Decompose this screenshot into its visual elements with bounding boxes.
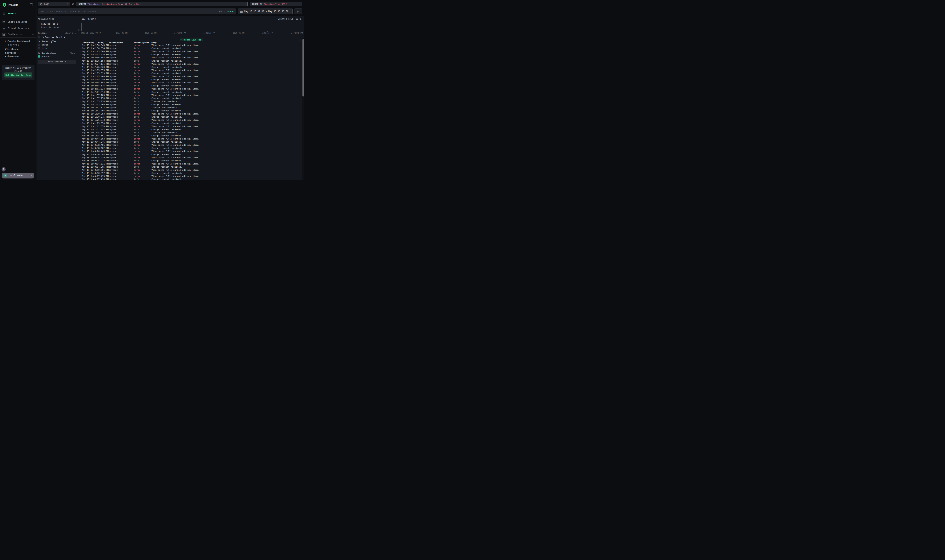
table-row[interactable]: ›May 15 1:40:07.410 PMpaymentinfoCharge … (79, 178, 302, 180)
row-expand-chevron-icon[interactable]: › (80, 44, 80, 46)
row-expand-chevron-icon[interactable]: › (80, 112, 80, 115)
table-row[interactable]: ›May 15 1:41:25.370 PMpaymentinfoCharge … (79, 122, 302, 125)
row-expand-chevron-icon[interactable]: › (80, 60, 80, 62)
row-expand-chevron-icon[interactable]: › (80, 131, 80, 134)
row-expand-chevron-icon[interactable]: › (80, 156, 80, 159)
preset-item-services[interactable]: Services (5, 52, 17, 54)
gear-icon[interactable]: ⚙ (71, 2, 74, 5)
row-expand-chevron-icon[interactable]: › (80, 116, 80, 118)
clear-servicename-link[interactable]: Clear (70, 52, 76, 54)
table-row[interactable]: ›May 15 1:40:44.546 PMpaymentinfoCharge … (79, 141, 302, 144)
row-expand-chevron-icon[interactable]: › (80, 134, 80, 137)
table-row[interactable]: ›May 15 1:40:26.444 PMpaymentinfoCharge … (79, 153, 302, 156)
row-expand-chevron-icon[interactable]: › (80, 63, 80, 65)
row-expand-chevron-icon[interactable]: › (80, 56, 80, 59)
table-row[interactable]: ›May 15 1:40:10.601 PMpaymenterrorVisa c… (79, 169, 302, 172)
row-expand-chevron-icon[interactable]: › (80, 75, 80, 78)
table-row[interactable]: ›May 15 1:41:25.373 PMpaymenterrorVisa c… (79, 119, 302, 122)
table-row[interactable]: ›May 15 1:40:10.597 PMpaymentinfoCharge … (79, 172, 302, 175)
table-row[interactable]: ›May 15 1:41:53.260 PMpaymentinfoCharge … (79, 103, 302, 106)
column-header-severitytext[interactable]: SeverityText (134, 42, 149, 44)
row-expand-chevron-icon[interactable]: › (80, 109, 80, 112)
column-header-timestamp[interactable]: Timestamp (Local) (83, 42, 105, 44)
table-row[interactable]: ›May 15 1:42:13.055 PMpaymenterrorVisa c… (79, 69, 302, 72)
time-range-input[interactable]: May 15 13:32:00 - May 15 13:43:00 (238, 9, 293, 14)
row-expand-chevron-icon[interactable]: › (80, 69, 80, 71)
sidebar-item-client-sessions[interactable]: Client Sessions (0, 26, 37, 31)
lucene-mode-toggle[interactable]: Lucene (226, 10, 233, 13)
column-header-body[interactable]: Body (151, 42, 157, 44)
column-header-servicename[interactable]: ServiceName (109, 42, 123, 44)
table-row[interactable]: ›May 15 1:41:14.373 PMpaymentinfoTransac… (79, 131, 302, 134)
row-expand-chevron-icon[interactable]: › (80, 150, 80, 152)
resume-live-tail-button[interactable]: Resume Live Tail (180, 38, 203, 41)
sql-select-input[interactable]: SELECT Timestamp, ServiceName, SeverityT… (76, 2, 248, 6)
column-separator[interactable]: ⋮ (149, 42, 151, 44)
search-input[interactable]: Search your events w/ Lucene ex. column:… (38, 9, 236, 14)
help-button[interactable]: ? (2, 167, 6, 171)
table-row[interactable]: ›May 15 1:41:30.283 PMpaymenterrorVisa c… (79, 112, 302, 116)
row-expand-chevron-icon[interactable]: › (80, 78, 80, 81)
row-expand-chevron-icon[interactable]: › (80, 53, 80, 56)
table-row[interactable]: ›May 15 1:40:07.413 PMpaymenterrorVisa c… (79, 175, 302, 178)
filter-checkbox-error[interactable] (38, 44, 40, 46)
run-query-button[interactable]: ▷ (294, 9, 302, 14)
table-row[interactable]: ›May 15 1:40:14.505 PMpaymentinfoCharge … (79, 166, 302, 169)
row-expand-chevron-icon[interactable]: › (80, 141, 80, 143)
table-row[interactable]: ›May 15 1:41:47.766 PMpaymentinfoCharge … (79, 109, 302, 112)
table-row[interactable]: ›May 15 1:42:05.450 PMpaymentinfoCharge … (79, 78, 302, 82)
table-row[interactable]: ›May 15 1:42:50.834 PMpaymentinfoCharge … (79, 47, 302, 50)
preset-item-clickhouse[interactable]: Clickhouse (5, 48, 19, 51)
filter-checkbox-payment[interactable]: ✓ (38, 55, 40, 58)
filter-option-payment[interactable]: payment (42, 55, 51, 58)
get-started-button[interactable]: Get Started for Free (4, 72, 32, 77)
sidebar-item-chart-explorer[interactable]: Chart Explorer (0, 19, 37, 25)
table-row[interactable]: ›May 15 1:41:57.178 PMpaymentinfoCharge … (79, 97, 302, 100)
row-expand-chevron-icon[interactable]: › (80, 160, 80, 162)
table-row[interactable]: ›May 15 1:40:24.214 PMpaymentinfoCharge … (79, 160, 302, 163)
sidebar-item-dashboards[interactable]: Dashboards ∧ (0, 32, 37, 37)
row-expand-chevron-icon[interactable]: › (80, 119, 80, 121)
table-row[interactable]: ›May 15 1:42:01.814 PMpaymentinfoCharge … (79, 91, 302, 94)
table-row[interactable]: ›May 15 1:42:43.360 PMpaymenterrorVisa c… (79, 50, 302, 53)
row-expand-chevron-icon[interactable]: › (80, 125, 80, 128)
table-row[interactable]: ›May 15 1:42:43.336 PMpaymentinfoCharge … (79, 53, 302, 56)
table-row[interactable]: ›May 15 1:40:38.466 PMpaymenterrorVisa c… (79, 144, 302, 147)
row-expand-chevron-icon[interactable]: › (80, 82, 80, 84)
sidebar-item-search[interactable]: Search (0, 11, 37, 17)
table-row[interactable]: ›May 15 1:42:26.920 PMpaymentinfoCharge … (79, 66, 302, 69)
table-row[interactable]: ›May 15 1:41:53.274 PMpaymentinfoTransac… (79, 100, 302, 103)
row-expand-chevron-icon[interactable]: › (80, 166, 80, 168)
column-separator[interactable]: ⋮ (107, 42, 109, 44)
sql-mode-toggle[interactable]: SQL (219, 10, 223, 13)
table-row[interactable]: ›May 15 1:40:24.219 PMpaymenterrorVisa c… (79, 156, 302, 160)
local-mode-button[interactable]: U Local mode › (2, 173, 34, 178)
mode-event-patterns[interactable]: Event Patterns (41, 26, 59, 29)
row-expand-chevron-icon[interactable]: › (80, 85, 80, 87)
table-row[interactable]: ›May 15 1:42:13.019 PMpaymentinfoCharge … (79, 72, 302, 75)
row-expand-chevron-icon[interactable]: › (80, 172, 80, 174)
row-expand-chevron-icon[interactable]: › (80, 100, 80, 103)
table-row[interactable]: ›May 15 1:42:36.188 PMpaymenterrorVisa c… (79, 56, 302, 60)
row-expand-chevron-icon[interactable]: › (80, 47, 80, 49)
row-expand-chevron-icon[interactable]: › (80, 163, 80, 165)
row-expand-chevron-icon[interactable]: › (80, 72, 80, 75)
table-row[interactable]: ›May 15 1:42:50.843 PMpaymenterrorVisa c… (79, 44, 302, 47)
table-row[interactable]: ›May 15 1:42:36.184 PMpaymentinfoCharge … (79, 60, 302, 63)
source-select[interactable]: Logs (38, 2, 70, 6)
table-row[interactable]: ›May 15 1:40:44.563 PMpaymenterrorVisa c… (79, 138, 302, 141)
row-expand-chevron-icon[interactable]: › (80, 147, 80, 149)
table-row[interactable]: ›May 15 1:41:30.275 PMpaymentinfoCharge … (79, 116, 302, 119)
row-expand-chevron-icon[interactable]: › (80, 66, 80, 68)
search-filter-icon[interactable] (38, 40, 40, 43)
table-row[interactable]: ›May 15 1:42:04.392 PMpaymenterrorVisa c… (79, 82, 302, 85)
table-row[interactable]: ›May 15 1:42:04.376 PMpaymentinfoCharge … (79, 85, 302, 88)
row-expand-chevron-icon[interactable]: › (80, 175, 80, 177)
preset-item-kubernetes[interactable]: Kubernetes (5, 55, 19, 58)
row-expand-chevron-icon[interactable]: › (80, 178, 80, 180)
row-expand-chevron-icon[interactable]: › (80, 128, 80, 131)
row-expand-chevron-icon[interactable]: › (80, 122, 80, 125)
row-expand-chevron-icon[interactable]: › (80, 153, 80, 156)
order-by-input[interactable]: ORDER BY TimestampTime DESC (250, 2, 302, 6)
scrollbar-thumb[interactable] (302, 39, 304, 97)
